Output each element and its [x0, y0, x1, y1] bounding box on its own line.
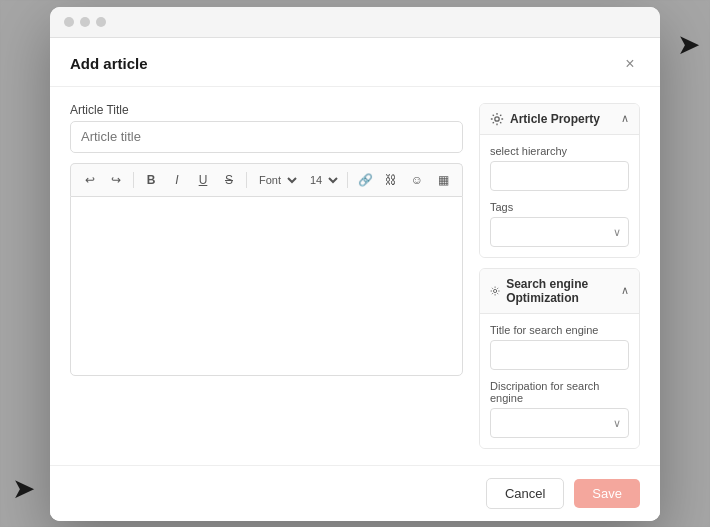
tags-select[interactable]	[490, 217, 629, 247]
close-button[interactable]: ×	[620, 54, 640, 74]
modal-header: Add article ×	[50, 38, 660, 87]
editor-section: Article Title ↩ ↪ B I U S Font	[70, 103, 463, 376]
editor-body[interactable]	[70, 196, 463, 376]
seo-description-field: Discripation for search engine	[490, 380, 629, 438]
emoji-button[interactable]: ☺	[406, 169, 428, 191]
gear-icon	[490, 112, 504, 126]
seo-description-select-wrapper	[490, 408, 629, 438]
article-title-field-group: Article Title	[70, 103, 463, 153]
redo-button[interactable]: ↪	[105, 169, 127, 191]
seo-panel: Search engine Optimization ∧ Title for s…	[479, 268, 640, 449]
article-property-chevron[interactable]: ∧	[621, 112, 629, 125]
article-property-panel-title: Article Property	[490, 112, 600, 126]
modal-title: Add article	[70, 55, 148, 72]
hierarchy-label: select hierarchy	[490, 145, 629, 157]
seo-panel-title: Search engine Optimization	[490, 277, 621, 305]
undo-button[interactable]: ↩	[79, 169, 101, 191]
modal-content: Add article × Article Title ↩ ↪ B I	[50, 38, 660, 521]
modal-footer: Cancel Save	[50, 465, 660, 521]
article-property-panel-header: Article Property ∧	[480, 104, 639, 135]
seo-title-field: Title for search engine	[490, 324, 629, 370]
svg-point-1	[493, 289, 496, 292]
cancel-button[interactable]: Cancel	[486, 478, 564, 509]
traffic-dot-2	[80, 17, 90, 27]
toolbar-sep-3	[347, 172, 348, 188]
traffic-dot-1	[64, 17, 74, 27]
save-button[interactable]: Save	[574, 479, 640, 508]
modal-body: Article Title ↩ ↪ B I U S Font	[50, 87, 660, 465]
seo-panel-body: Title for search engine Discripation for…	[480, 314, 639, 448]
window-titlebar	[50, 7, 660, 38]
toolbar-sep-1	[133, 172, 134, 188]
font-select[interactable]: Font	[253, 173, 300, 187]
article-title-input[interactable]	[70, 121, 463, 153]
seo-description-label: Discripation for search engine	[490, 380, 629, 404]
article-title-label: Article Title	[70, 103, 463, 117]
underline-button[interactable]: U	[192, 169, 214, 191]
traffic-dot-3	[96, 17, 106, 27]
article-property-panel-body: select hierarchy Tags	[480, 135, 639, 257]
tags-select-wrapper	[490, 217, 629, 247]
tags-field: Tags	[490, 201, 629, 247]
hierarchy-field: select hierarchy	[490, 145, 629, 191]
modal-window: Add article × Article Title ↩ ↪ B I	[50, 7, 660, 521]
seo-panel-chevron[interactable]: ∧	[621, 284, 629, 297]
cursor-arrow-bottom: ➤	[12, 472, 35, 505]
cursor-arrow-top: ➤	[677, 28, 700, 61]
strikethrough-button[interactable]: S	[218, 169, 240, 191]
rich-editor: ↩ ↪ B I U S Font 14	[70, 163, 463, 376]
seo-panel-header: Search engine Optimization ∧	[480, 269, 639, 314]
seo-title-input[interactable]	[490, 340, 629, 370]
hierarchy-input[interactable]	[490, 161, 629, 191]
unlink-button[interactable]: ⛓	[380, 169, 402, 191]
bold-button[interactable]: B	[140, 169, 162, 191]
properties-section: Article Property ∧ select hierarchy Tags	[479, 103, 640, 449]
toolbar-sep-2	[246, 172, 247, 188]
tags-label: Tags	[490, 201, 629, 213]
size-select[interactable]: 14	[304, 173, 341, 187]
link-button[interactable]: 🔗	[354, 169, 376, 191]
image-button[interactable]: ▦	[432, 169, 454, 191]
article-property-panel: Article Property ∧ select hierarchy Tags	[479, 103, 640, 258]
seo-gear-icon	[490, 284, 500, 298]
italic-button[interactable]: I	[166, 169, 188, 191]
svg-point-0	[495, 116, 499, 120]
editor-toolbar: ↩ ↪ B I U S Font 14	[70, 163, 463, 196]
seo-description-select[interactable]	[490, 408, 629, 438]
seo-title-label: Title for search engine	[490, 324, 629, 336]
